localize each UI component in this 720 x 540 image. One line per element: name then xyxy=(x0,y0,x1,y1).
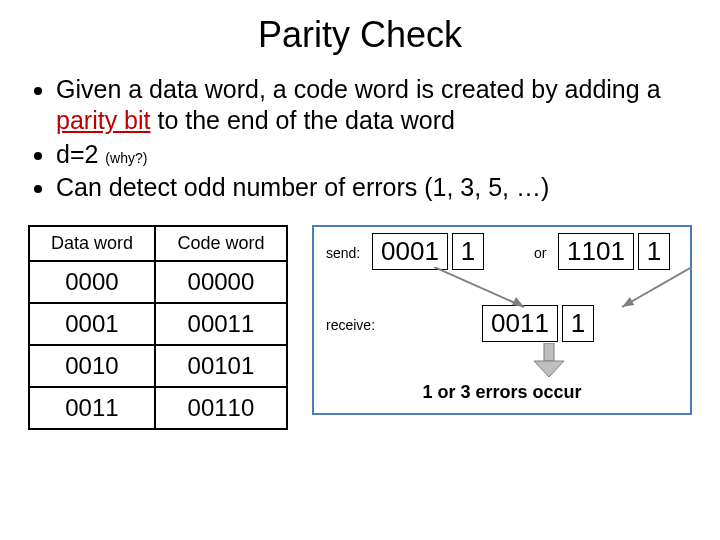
cell-code: 00011 xyxy=(155,303,287,345)
bullet-2-main: d=2 xyxy=(56,140,105,168)
cw2-data: 1101 xyxy=(558,233,634,270)
bullet-3: Can detect odd number of errors (1, 3, 5… xyxy=(56,172,692,203)
page-title: Parity Check xyxy=(28,14,692,56)
error-diagram: send: or receive: 0001 1 1101 1 0011 1 xyxy=(312,225,692,415)
arrow-down-icon xyxy=(534,343,564,379)
cw1-data: 0001 xyxy=(372,233,448,270)
send-codeword-1: 0001 1 xyxy=(372,233,484,270)
or-label: or xyxy=(534,245,546,261)
svg-line-0 xyxy=(434,267,524,307)
bullet-1-post: to the end of the data word xyxy=(150,106,454,134)
table-row: 0011 00110 xyxy=(29,387,287,429)
cell-data: 0001 xyxy=(29,303,155,345)
bullet-2: d=2 (why?) xyxy=(56,139,692,170)
table-row: 0010 00101 xyxy=(29,345,287,387)
svg-marker-1 xyxy=(512,297,524,307)
receive-label: receive: xyxy=(326,317,375,333)
diagram-caption: 1 or 3 errors occur xyxy=(314,382,690,403)
cell-data: 0011 xyxy=(29,387,155,429)
bullet-1: Given a data word, a code word is create… xyxy=(56,74,692,137)
svg-line-2 xyxy=(622,267,692,307)
svg-rect-4 xyxy=(544,343,554,361)
svg-marker-5 xyxy=(534,361,564,377)
cell-data: 0000 xyxy=(29,261,155,303)
cell-code: 00110 xyxy=(155,387,287,429)
cw2-parity: 1 xyxy=(638,233,670,270)
arrow-send2-to-recv-icon xyxy=(612,267,720,317)
arrow-send1-to-recv-icon xyxy=(434,267,544,317)
table-row: 0000 00000 xyxy=(29,261,287,303)
bullet-2-why: (why?) xyxy=(105,150,147,166)
cell-code: 00000 xyxy=(155,261,287,303)
send-codeword-2: 1101 1 xyxy=(558,233,670,270)
cw3-parity: 1 xyxy=(562,305,594,342)
cell-data: 0010 xyxy=(29,345,155,387)
bullet-1-pre: Given a data word, a code word is create… xyxy=(56,75,661,103)
code-table: Data word Code word 0000 00000 0001 0001… xyxy=(28,225,288,430)
svg-marker-3 xyxy=(622,297,634,307)
header-code-word: Code word xyxy=(155,226,287,261)
header-data-word: Data word xyxy=(29,226,155,261)
send-label: send: xyxy=(326,245,360,261)
table-row: 0001 00011 xyxy=(29,303,287,345)
cell-code: 00101 xyxy=(155,345,287,387)
parity-bit-term: parity bit xyxy=(56,106,150,134)
bullet-list: Given a data word, a code word is create… xyxy=(28,74,692,203)
cw1-parity: 1 xyxy=(452,233,484,270)
